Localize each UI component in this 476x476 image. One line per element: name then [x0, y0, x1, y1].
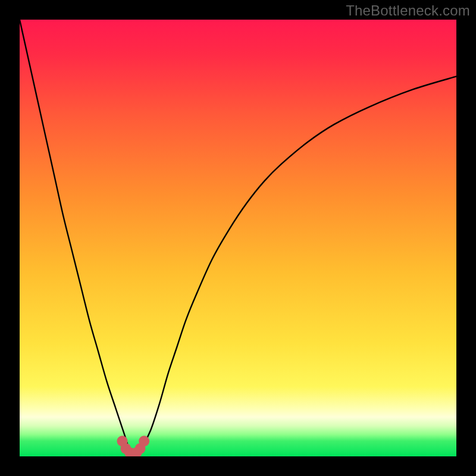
- chart-svg: [20, 20, 456, 456]
- optimal-marker: [139, 436, 149, 446]
- plot-area: [20, 20, 456, 456]
- watermark-text: TheBottleneck.com: [346, 2, 470, 19]
- gradient-background: [20, 20, 456, 456]
- outer-frame: TheBottleneck.com: [0, 0, 476, 476]
